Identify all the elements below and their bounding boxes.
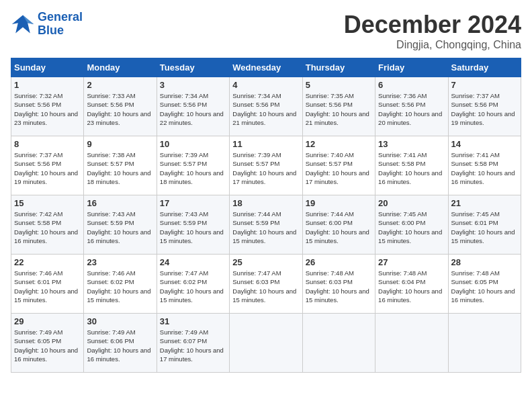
day-info: Sunrise: 7:41 AMSunset: 5:58 PMDaylight:… <box>451 150 518 186</box>
calendar-cell <box>230 314 302 373</box>
calendar-cell: 25 Sunrise: 7:47 AMSunset: 6:03 PMDaylig… <box>230 255 302 314</box>
day-number: 29 <box>14 316 81 326</box>
svg-marker-0 <box>12 15 34 33</box>
calendar-cell <box>302 314 375 373</box>
calendar-cell: 26 Sunrise: 7:48 AMSunset: 6:03 PMDaylig… <box>302 255 375 314</box>
logo-icon <box>11 12 35 36</box>
calendar-title: December 2024 <box>344 11 521 39</box>
calendar-cell: 10 Sunrise: 7:39 AMSunset: 5:57 PMDaylig… <box>157 136 229 195</box>
day-number: 10 <box>160 139 226 149</box>
weekday-header: Tuesday <box>157 58 229 77</box>
day-number: 30 <box>87 316 153 326</box>
day-info: Sunrise: 7:35 AMSunset: 5:56 PMDaylight:… <box>306 91 372 127</box>
day-info: Sunrise: 7:45 AMSunset: 6:01 PMDaylight:… <box>451 210 518 245</box>
day-number: 12 <box>306 139 372 149</box>
day-info: Sunrise: 7:47 AMSunset: 6:02 PMDaylight:… <box>160 269 226 304</box>
calendar-cell: 21 Sunrise: 7:45 AMSunset: 6:01 PMDaylig… <box>448 195 521 255</box>
day-number: 16 <box>87 198 153 208</box>
calendar-cell: 30 Sunrise: 7:49 AMSunset: 6:06 PMDaylig… <box>84 314 157 373</box>
day-number: 21 <box>451 198 518 208</box>
calendar-cell: 7 Sunrise: 7:37 AMSunset: 5:56 PMDayligh… <box>448 77 521 136</box>
day-info: Sunrise: 7:44 AMSunset: 6:00 PMDaylight:… <box>306 210 372 245</box>
calendar-cell: 23 Sunrise: 7:46 AMSunset: 6:02 PMDaylig… <box>84 255 157 314</box>
day-number: 2 <box>87 80 153 90</box>
day-info: Sunrise: 7:41 AMSunset: 5:58 PMDaylight:… <box>378 150 445 186</box>
day-number: 3 <box>160 80 226 90</box>
day-number: 9 <box>87 139 153 149</box>
calendar-week-row: 22 Sunrise: 7:46 AMSunset: 6:01 PMDaylig… <box>11 255 521 314</box>
day-number: 20 <box>378 198 445 208</box>
day-number: 27 <box>378 257 445 267</box>
calendar-week-row: 15 Sunrise: 7:42 AMSunset: 5:58 PMDaylig… <box>11 195 521 255</box>
day-number: 18 <box>232 198 299 208</box>
day-info: Sunrise: 7:48 AMSunset: 6:03 PMDaylight:… <box>306 269 372 304</box>
day-info: Sunrise: 7:32 AMSunset: 5:56 PMDaylight:… <box>14 91 81 127</box>
day-number: 5 <box>306 80 372 90</box>
calendar-subtitle: Dingjia, Chongqing, China <box>344 39 521 51</box>
day-info: Sunrise: 7:39 AMSunset: 5:57 PMDaylight:… <box>232 150 299 186</box>
calendar-cell: 22 Sunrise: 7:46 AMSunset: 6:01 PMDaylig… <box>11 255 84 314</box>
day-number: 1 <box>14 80 81 90</box>
day-number: 6 <box>378 80 445 90</box>
calendar-cell <box>448 314 521 373</box>
day-info: Sunrise: 7:40 AMSunset: 5:57 PMDaylight:… <box>306 150 372 186</box>
weekday-header: Monday <box>84 58 157 77</box>
day-info: Sunrise: 7:37 AMSunset: 5:56 PMDaylight:… <box>14 150 81 186</box>
calendar-cell: 29 Sunrise: 7:49 AMSunset: 6:05 PMDaylig… <box>11 314 84 373</box>
day-info: Sunrise: 7:48 AMSunset: 6:05 PMDaylight:… <box>451 269 518 304</box>
day-info: Sunrise: 7:43 AMSunset: 5:59 PMDaylight:… <box>87 210 153 245</box>
calendar-cell: 16 Sunrise: 7:43 AMSunset: 5:59 PMDaylig… <box>84 195 157 255</box>
calendar-week-row: 8 Sunrise: 7:37 AMSunset: 5:56 PMDayligh… <box>11 136 521 195</box>
day-number: 13 <box>378 139 445 149</box>
weekday-header: Saturday <box>448 58 521 77</box>
day-info: Sunrise: 7:49 AMSunset: 6:06 PMDaylight:… <box>87 328 153 363</box>
day-number: 31 <box>160 316 226 326</box>
title-block: December 2024 Dingjia, Chongqing, China <box>344 11 521 51</box>
calendar-cell: 13 Sunrise: 7:41 AMSunset: 5:58 PMDaylig… <box>375 136 448 195</box>
day-number: 24 <box>160 257 226 267</box>
day-number: 19 <box>306 198 372 208</box>
day-info: Sunrise: 7:45 AMSunset: 6:00 PMDaylight:… <box>378 210 445 245</box>
day-info: Sunrise: 7:49 AMSunset: 6:07 PMDaylight:… <box>160 328 226 363</box>
calendar-week-row: 1 Sunrise: 7:32 AMSunset: 5:56 PMDayligh… <box>11 77 521 136</box>
calendar-cell: 4 Sunrise: 7:34 AMSunset: 5:56 PMDayligh… <box>230 77 302 136</box>
calendar-week-row: 29 Sunrise: 7:49 AMSunset: 6:05 PMDaylig… <box>11 314 521 373</box>
calendar-cell: 20 Sunrise: 7:45 AMSunset: 6:00 PMDaylig… <box>375 195 448 255</box>
day-number: 28 <box>451 257 518 267</box>
day-number: 17 <box>160 198 226 208</box>
calendar-cell: 19 Sunrise: 7:44 AMSunset: 6:00 PMDaylig… <box>302 195 375 255</box>
calendar-cell: 17 Sunrise: 7:43 AMSunset: 5:59 PMDaylig… <box>157 195 229 255</box>
day-info: Sunrise: 7:34 AMSunset: 5:56 PMDaylight:… <box>232 91 299 127</box>
calendar-cell: 24 Sunrise: 7:47 AMSunset: 6:02 PMDaylig… <box>157 255 229 314</box>
calendar-cell: 11 Sunrise: 7:39 AMSunset: 5:57 PMDaylig… <box>230 136 302 195</box>
day-info: Sunrise: 7:47 AMSunset: 6:03 PMDaylight:… <box>232 269 299 304</box>
calendar-table: SundayMondayTuesdayWednesdayThursdayFrid… <box>11 58 521 373</box>
calendar-cell: 2 Sunrise: 7:33 AMSunset: 5:56 PMDayligh… <box>84 77 157 136</box>
weekday-header: Thursday <box>302 58 375 77</box>
calendar-cell: 9 Sunrise: 7:38 AMSunset: 5:57 PMDayligh… <box>84 136 157 195</box>
day-info: Sunrise: 7:48 AMSunset: 6:04 PMDaylight:… <box>378 269 445 304</box>
day-info: Sunrise: 7:42 AMSunset: 5:58 PMDaylight:… <box>14 210 81 245</box>
day-info: Sunrise: 7:34 AMSunset: 5:56 PMDaylight:… <box>160 91 226 127</box>
day-info: Sunrise: 7:46 AMSunset: 6:01 PMDaylight:… <box>14 269 81 304</box>
day-info: Sunrise: 7:38 AMSunset: 5:57 PMDaylight:… <box>87 150 153 186</box>
calendar-cell: 28 Sunrise: 7:48 AMSunset: 6:05 PMDaylig… <box>448 255 521 314</box>
weekday-header: Sunday <box>11 58 84 77</box>
calendar-cell: 18 Sunrise: 7:44 AMSunset: 5:59 PMDaylig… <box>230 195 302 255</box>
day-info: Sunrise: 7:33 AMSunset: 5:56 PMDaylight:… <box>87 91 153 127</box>
day-number: 25 <box>232 257 299 267</box>
day-info: Sunrise: 7:37 AMSunset: 5:56 PMDaylight:… <box>451 91 518 127</box>
day-info: Sunrise: 7:46 AMSunset: 6:02 PMDaylight:… <box>87 269 153 304</box>
calendar-cell: 6 Sunrise: 7:36 AMSunset: 5:56 PMDayligh… <box>375 77 448 136</box>
calendar-cell: 14 Sunrise: 7:41 AMSunset: 5:58 PMDaylig… <box>448 136 521 195</box>
logo: General Blue <box>11 11 83 38</box>
day-info: Sunrise: 7:44 AMSunset: 5:59 PMDaylight:… <box>232 210 299 245</box>
weekday-header: Friday <box>375 58 448 77</box>
calendar-body: 1 Sunrise: 7:32 AMSunset: 5:56 PMDayligh… <box>11 77 521 373</box>
day-number: 22 <box>14 257 81 267</box>
header: General Blue December 2024 Dingjia, Chon… <box>11 11 521 51</box>
calendar-cell: 1 Sunrise: 7:32 AMSunset: 5:56 PMDayligh… <box>11 77 84 136</box>
calendar-cell: 5 Sunrise: 7:35 AMSunset: 5:56 PMDayligh… <box>302 77 375 136</box>
day-number: 7 <box>451 80 518 90</box>
day-info: Sunrise: 7:49 AMSunset: 6:05 PMDaylight:… <box>14 328 81 363</box>
